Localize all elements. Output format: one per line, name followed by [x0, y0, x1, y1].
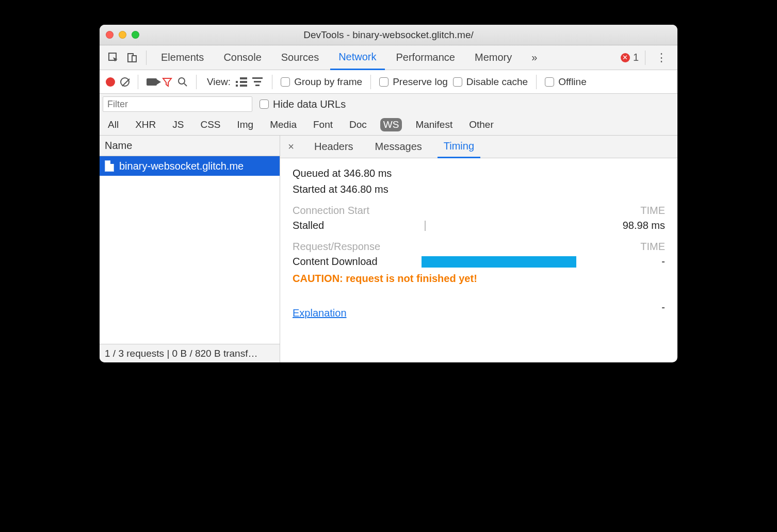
request-response-label: Request/Response	[293, 241, 380, 253]
detail-tabs: × Headers Messages Timing	[280, 136, 677, 158]
connection-start-label: Connection Start	[293, 205, 369, 217]
preserve-log-checkbox[interactable]: Preserve log	[379, 76, 448, 88]
svg-rect-2	[132, 56, 136, 62]
filter-type-css[interactable]: CSS	[197, 118, 223, 131]
checkbox-icon	[453, 77, 462, 87]
hide-data-urls-label: Hide data URLs	[273, 98, 346, 110]
timing-panel: Queued at 346.80 ms Started at 346.80 ms…	[280, 158, 677, 328]
group-by-frame-label: Group by frame	[294, 76, 362, 88]
tab-elements[interactable]: Elements	[153, 45, 212, 70]
name-column-header[interactable]: Name	[100, 136, 280, 156]
started-at: Started at 346.80 ms	[293, 184, 665, 195]
connection-start-header: Connection Start TIME	[293, 205, 665, 217]
error-count: 1	[633, 52, 639, 63]
svg-point-3	[179, 78, 185, 84]
request-name: binary-websocket.glitch.me	[119, 160, 244, 172]
titlebar: DevTools - binary-websocket.glitch.me/	[100, 25, 677, 45]
separator	[370, 75, 371, 89]
record-button[interactable]	[106, 77, 115, 87]
detail-pane: × Headers Messages Timing Queued at 346.…	[280, 136, 677, 362]
stalled-value: 98.98 ms	[603, 220, 665, 231]
filter-type-js[interactable]: JS	[169, 118, 187, 131]
close-detail-button[interactable]: ×	[283, 141, 299, 153]
traffic-lights	[106, 31, 139, 39]
content-download-label: Content Download	[293, 256, 422, 268]
request-list-pane: Name binary-websocket.glitch.me 1 / 3 re…	[100, 136, 280, 362]
error-icon: ✕	[621, 53, 630, 62]
explanation-link[interactable]: Explanation	[293, 307, 347, 319]
filter-type-doc[interactable]: Doc	[346, 118, 370, 131]
waterfall-icon[interactable]	[252, 77, 264, 87]
filter-type-other[interactable]: Other	[466, 118, 497, 131]
filter-type-font[interactable]: Font	[310, 118, 336, 131]
separator	[146, 51, 147, 65]
svg-line-4	[184, 84, 187, 86]
large-rows-icon[interactable]	[236, 77, 247, 87]
search-icon[interactable]	[177, 77, 188, 87]
filter-type-ws[interactable]: WS	[380, 118, 402, 131]
checkbox-icon	[281, 77, 290, 87]
disable-cache-label: Disable cache	[466, 76, 528, 88]
network-toolbar: View: Group by frame Preserve log Disabl…	[100, 70, 677, 94]
explanation-row: Explanation -	[293, 296, 665, 319]
filter-type-row: All XHR JS CSS Img Media Font Doc WS Man…	[100, 114, 677, 135]
network-content: Name binary-websocket.glitch.me 1 / 3 re…	[100, 136, 677, 362]
queued-at: Queued at 346.80 ms	[293, 168, 665, 179]
document-icon	[105, 160, 114, 172]
devtools-window: DevTools - binary-websocket.glitch.me/ E…	[100, 25, 677, 362]
filter-type-media[interactable]: Media	[267, 118, 300, 131]
time-column-label: TIME	[640, 241, 665, 253]
tab-sources[interactable]: Sources	[273, 45, 327, 70]
status-bar: 1 / 3 requests | 0 B / 820 B transf…	[100, 344, 280, 362]
tab-network[interactable]: Network	[330, 45, 384, 70]
request-row[interactable]: binary-websocket.glitch.me	[100, 156, 280, 176]
tabs-overflow-button[interactable]: »	[523, 45, 545, 70]
zoom-window-button[interactable]	[132, 31, 139, 39]
detail-tab-timing[interactable]: Timing	[438, 136, 480, 158]
request-response-header: Request/Response TIME	[293, 241, 665, 253]
device-toolbar-icon[interactable]	[124, 50, 140, 65]
stalled-row: Stalled 98.98 ms	[293, 220, 665, 231]
filter-type-img[interactable]: Img	[234, 118, 257, 131]
filter-type-xhr[interactable]: XHR	[132, 118, 159, 131]
error-indicator[interactable]: ✕ 1	[621, 52, 639, 63]
inspect-element-icon[interactable]	[106, 50, 121, 65]
view-label: View:	[207, 76, 231, 88]
filter-input[interactable]	[103, 96, 252, 112]
detail-tab-messages[interactable]: Messages	[369, 136, 428, 158]
group-by-frame-checkbox[interactable]: Group by frame	[281, 76, 362, 88]
caution-message: CAUTION: request is not finished yet!	[293, 273, 665, 285]
tab-memory[interactable]: Memory	[466, 45, 520, 70]
request-list: binary-websocket.glitch.me	[100, 156, 280, 344]
window-title: DevTools - binary-websocket.glitch.me/	[100, 29, 677, 41]
settings-menu-icon[interactable]: ⋮	[652, 51, 671, 64]
checkbox-icon	[260, 99, 269, 109]
content-download-bar	[422, 256, 576, 268]
preserve-log-label: Preserve log	[393, 76, 448, 88]
separator	[272, 75, 272, 89]
checkbox-icon	[545, 77, 554, 87]
filter-type-all[interactable]: All	[105, 118, 122, 131]
stalled-bar	[425, 221, 426, 231]
hide-data-urls-checkbox[interactable]: Hide data URLs	[260, 98, 346, 110]
stalled-label: Stalled	[293, 220, 422, 231]
close-window-button[interactable]	[106, 31, 114, 39]
filter-type-manifest[interactable]: Manifest	[412, 118, 456, 131]
separator	[138, 75, 138, 89]
offline-label: Offline	[558, 76, 587, 88]
clear-button[interactable]	[120, 77, 130, 87]
filter-toggle-icon[interactable]	[162, 77, 172, 87]
offline-checkbox[interactable]: Offline	[545, 76, 587, 88]
filter-bar: Hide data URLs All XHR JS CSS Img Media …	[100, 94, 677, 136]
screenshot-icon[interactable]	[147, 78, 157, 86]
minimize-window-button[interactable]	[119, 31, 126, 39]
content-download-value: -	[603, 256, 665, 268]
tab-performance[interactable]: Performance	[388, 45, 464, 70]
tab-console[interactable]: Console	[215, 45, 269, 70]
separator	[645, 51, 645, 65]
separator	[196, 75, 197, 89]
content-download-row: Content Download -	[293, 256, 665, 268]
explanation-value: -	[661, 302, 665, 313]
disable-cache-checkbox[interactable]: Disable cache	[453, 76, 528, 88]
detail-tab-headers[interactable]: Headers	[308, 136, 360, 158]
